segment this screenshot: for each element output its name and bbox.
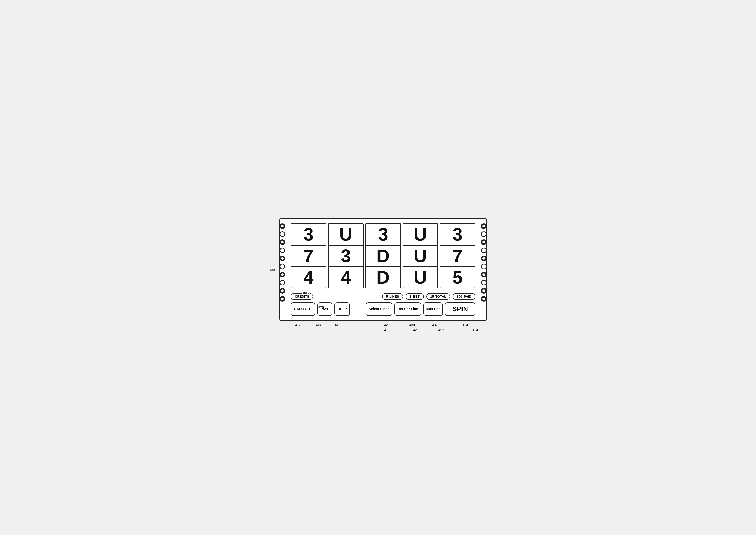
dot-right-1 [481, 223, 487, 229]
ref-428: 428 [384, 323, 390, 327]
reel-2: U 3 4 [328, 223, 364, 289]
dot-right-8 [481, 280, 487, 285]
dot-right-5 [481, 256, 487, 261]
max-bet-button[interactable]: Max Bet [423, 302, 443, 316]
reel-5-row-2: 7 [440, 245, 475, 267]
controls-area: CREDITS 1660 5 LINES 3 BET [291, 293, 475, 316]
dot-right-2 [481, 231, 487, 237]
dot-left-3 [280, 239, 285, 245]
dot-left-8 [280, 280, 285, 285]
reel-3-row-3: D [366, 267, 400, 288]
dot-left-7 [280, 272, 285, 277]
reel-1-row-3: 4 [291, 267, 326, 288]
ref-422: 422 [438, 328, 444, 332]
help-button[interactable]: HELP [335, 302, 350, 316]
reel-2-row-3: 4 [329, 267, 363, 288]
dot-left-5 [280, 256, 285, 261]
reel-5: 3 7 5 [440, 223, 475, 289]
reel-3: 3 D D [365, 223, 401, 289]
dot-left-10 [280, 296, 285, 302]
reel-4-row-3: U [403, 267, 438, 288]
reel-1-row-2: 7 [291, 245, 326, 267]
bet-display: 3 BET [406, 293, 424, 300]
bet-value: 3 [409, 295, 411, 298]
dot-right-7 [481, 272, 487, 277]
dot-right-10 [481, 296, 487, 302]
dots-right [481, 223, 487, 302]
dot-left-1 [280, 223, 285, 229]
ref-432: 432 [432, 323, 438, 327]
reels-area: 3 7 4 U 3 4 3 D D U U U [291, 223, 475, 289]
cash-out-button[interactable]: CASH OUT [291, 302, 315, 316]
lines-value: 5 [386, 295, 388, 298]
dot-right-3 [481, 239, 487, 245]
credits-display: CREDITS 1660 [291, 293, 313, 300]
ref-434: 434 [463, 323, 468, 327]
lines-display: 5 LINES [382, 293, 403, 300]
ref-414: 414 [316, 323, 321, 327]
reel-5-row-3: 5 [440, 267, 475, 288]
dot-left-4 [280, 247, 285, 253]
reel-2-row-1: U [329, 224, 363, 245]
reel-5-row-1: 3 [440, 224, 475, 245]
reel-1: 3 7 4 [291, 223, 326, 289]
spin-button[interactable]: SPIN [445, 302, 475, 316]
reel-4-row-2: U [403, 245, 438, 267]
dot-left-2 [280, 231, 285, 237]
reel-4: U U U [403, 223, 438, 289]
reel-2-row-2: 3 [329, 245, 363, 267]
dot-left-6 [280, 264, 285, 269]
bet-label: BET [413, 295, 420, 298]
reel-3-row-2: D [366, 245, 400, 267]
ref-426: 426 [318, 305, 324, 309]
credits-value: 1660 [302, 291, 310, 295]
paid-value: 300 [457, 295, 462, 298]
reel-4-row-1: U [403, 224, 438, 245]
slot-machine: 3 7 4 U 3 4 3 D D U U U [279, 218, 487, 321]
reel-3-row-1: 3 [366, 224, 400, 245]
bet-per-line-button[interactable]: Bet Per Line [394, 302, 421, 316]
select-lines-button[interactable]: Select Lines [366, 302, 392, 316]
total-display: 15 TOTAL [426, 293, 450, 300]
ref-430: 430 [409, 323, 415, 327]
paid-display: 300 PAID [453, 293, 475, 300]
paid-label: PAID [464, 295, 471, 298]
dot-right-4 [481, 247, 487, 253]
dot-right-6 [481, 264, 487, 269]
ref-424: 424 [473, 328, 478, 332]
reel-1-row-1: 3 [291, 224, 326, 245]
dot-right-9 [481, 288, 487, 294]
lines-label: LINES [389, 295, 399, 298]
dot-left-9 [280, 288, 285, 294]
total-label: TOTAL [436, 295, 446, 298]
total-value: 15 [430, 295, 434, 298]
credits-label: CREDITS [295, 295, 309, 298]
info-row: CREDITS 1660 5 LINES 3 BET [291, 293, 475, 300]
ref-416: 416 [335, 323, 340, 327]
ref-420: 420 [413, 328, 419, 332]
ref-412: 412 [295, 323, 301, 327]
dots-left [280, 223, 285, 302]
ref-400: 400 [269, 268, 275, 271]
ref-418: 418 [384, 328, 390, 332]
